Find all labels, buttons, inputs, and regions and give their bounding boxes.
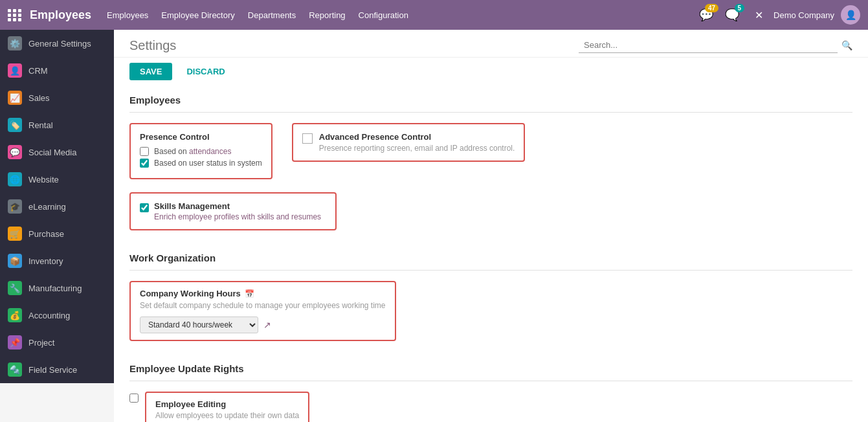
sidebar-item-purchase[interactable]: 🛒 Purchase bbox=[0, 220, 114, 247]
presence-user-status-row: Based on user status in system bbox=[140, 159, 262, 168]
sidebar-item-rental[interactable]: 🏷️ Rental bbox=[0, 111, 114, 139]
main-layout: ⚙️ General Settings 👤 CRM 📈 Sales 🏷️ Ren… bbox=[0, 30, 868, 422]
content-area: Settings 🔍 SAVE DISCARD Employees Presen… bbox=[114, 30, 868, 422]
app-title: Employees bbox=[30, 8, 91, 22]
sidebar-item-accounting[interactable]: 💰 Accounting bbox=[0, 302, 114, 329]
presence-control-title: Presence Control bbox=[140, 132, 262, 142]
nav-reporting[interactable]: Reporting bbox=[309, 8, 345, 23]
working-hours-select[interactable]: Standard 40 hours/week Flexible Hours Pa… bbox=[140, 316, 258, 333]
settings-content: Employees Presence Control Based on atte… bbox=[114, 85, 868, 422]
presence-control-box: Presence Control Based on attendances Ba… bbox=[129, 123, 273, 179]
employee-editing-title: Employee Editing bbox=[155, 399, 299, 409]
sidebar-item-elearning[interactable]: 🎓 eLearning bbox=[0, 193, 114, 220]
presence-attendances-label: Based on attendances bbox=[154, 147, 231, 156]
user-avatar[interactable]: 👤 bbox=[841, 5, 860, 25]
sidebar-item-inventory[interactable]: 📦 Inventory bbox=[0, 247, 114, 274]
search-icon: 🔍 bbox=[841, 40, 852, 50]
sidebar-item-manufacturing[interactable]: 🔧 Manufacturing bbox=[0, 274, 114, 302]
sidebar-list: ⚙️ General Settings 👤 CRM 📈 Sales 🏷️ Ren… bbox=[0, 30, 114, 383]
content-header: Settings 🔍 bbox=[114, 30, 868, 58]
field-service-icon: 🔩 bbox=[8, 362, 22, 377]
employee-update-rights-header: Employee Update Rights bbox=[129, 354, 852, 381]
project-icon: 📌 bbox=[8, 335, 22, 350]
calendar-icon: 📅 bbox=[245, 289, 254, 298]
presence-attendances-row: Based on attendances bbox=[140, 147, 262, 156]
nav-departments[interactable]: Departments bbox=[248, 8, 296, 23]
advanced-presence-title: Advanced Presence Control bbox=[319, 132, 515, 142]
sidebar-item-general-settings[interactable]: ⚙️ General Settings bbox=[0, 30, 114, 57]
messages-badge: 47 bbox=[705, 4, 718, 12]
company-working-hours-subtitle: Set default company schedule to manage y… bbox=[140, 301, 386, 310]
skills-management-title: Skills Management bbox=[154, 201, 321, 211]
social-media-icon: 💬 bbox=[8, 145, 22, 159]
presence-user-status-label: Based on user status in system bbox=[154, 159, 262, 168]
search-input[interactable] bbox=[579, 38, 838, 53]
sales-icon: 📈 bbox=[8, 91, 22, 105]
messages-button[interactable]: 💬 47 bbox=[699, 8, 713, 22]
presence-attendances-checkbox[interactable] bbox=[140, 147, 149, 156]
sidebar-item-sales[interactable]: 📈 Sales bbox=[0, 84, 114, 111]
grid-menu-icon[interactable] bbox=[8, 9, 22, 21]
inventory-icon: 📦 bbox=[8, 254, 22, 268]
presence-user-status-checkbox[interactable] bbox=[140, 159, 149, 168]
general-settings-icon: ⚙️ bbox=[8, 36, 22, 50]
skills-management-checkbox[interactable] bbox=[140, 203, 149, 212]
nav-employees[interactable]: Employees bbox=[107, 8, 148, 23]
sidebar-item-crm[interactable]: 👤 CRM bbox=[0, 57, 114, 84]
advanced-presence-subtitle: Presence reporting screen, email and IP … bbox=[319, 144, 515, 153]
company-working-hours-box: Company Working Hours 📅 Set default comp… bbox=[129, 281, 396, 341]
employees-settings-row: Presence Control Based on attendances Ba… bbox=[129, 123, 852, 179]
employees-section-header: Employees bbox=[129, 85, 852, 113]
company-working-hours-label: Company Working Hours bbox=[140, 289, 241, 298]
chat-button[interactable]: 🗨️ 5 bbox=[725, 8, 739, 22]
sidebar-item-field-service[interactable]: 🔩 Field Service bbox=[0, 356, 114, 383]
website-icon: 🌐 bbox=[8, 172, 22, 186]
advanced-presence-box: Advanced Presence Control Presence repor… bbox=[292, 123, 526, 162]
employee-editing-subtitle: Allow employees to update their own data bbox=[155, 411, 299, 420]
nav-configuration[interactable]: Configuration bbox=[359, 8, 408, 23]
top-nav: Employees Employee Directory Departments… bbox=[107, 8, 699, 23]
discard-button[interactable]: DISCARD bbox=[179, 63, 232, 80]
manufacturing-icon: 🔧 bbox=[8, 281, 22, 295]
save-button[interactable]: SAVE bbox=[129, 63, 172, 80]
company-name[interactable]: Demo Company bbox=[773, 10, 834, 20]
advanced-presence-checkbox[interactable] bbox=[302, 133, 313, 144]
external-link-icon[interactable]: ↗ bbox=[263, 320, 271, 330]
crm-icon: 👤 bbox=[8, 63, 22, 78]
sidebar-item-website[interactable]: 🌐 Website bbox=[0, 166, 114, 193]
work-org-settings: Company Working Hours 📅 Set default comp… bbox=[129, 281, 852, 341]
employee-update-rights-row: Employee Editing Allow employees to upda… bbox=[129, 392, 852, 422]
sidebar-item-social-media[interactable]: 💬 Social Media bbox=[0, 139, 114, 166]
settings-title: Settings bbox=[129, 38, 176, 53]
rental-icon: 🏷️ bbox=[8, 118, 22, 132]
employee-editing-box: Employee Editing Allow employees to upda… bbox=[145, 392, 309, 422]
skills-management-subtitle: Enrich employee profiles with skills and… bbox=[154, 212, 321, 221]
action-bar: SAVE DISCARD bbox=[114, 58, 868, 85]
purchase-icon: 🛒 bbox=[8, 227, 22, 241]
employee-editing-checkbox[interactable] bbox=[129, 394, 139, 403]
sidebar-item-project[interactable]: 📌 Project bbox=[0, 329, 114, 356]
accounting-icon: 💰 bbox=[8, 308, 22, 322]
work-org-section-header: Work Organization bbox=[129, 243, 852, 271]
close-icon[interactable]: ✕ bbox=[755, 9, 763, 21]
chat-badge: 5 bbox=[735, 4, 745, 12]
topbar-right: 💬 47 🗨️ 5 ✕ Demo Company 👤 bbox=[699, 5, 860, 25]
topbar: Employees Employees Employee Directory D… bbox=[0, 0, 868, 30]
elearning-icon: 🎓 bbox=[8, 199, 22, 214]
sidebar: ⚙️ General Settings 👤 CRM 📈 Sales 🏷️ Ren… bbox=[0, 30, 114, 422]
nav-employee-directory[interactable]: Employee Directory bbox=[161, 8, 234, 23]
search-area: 🔍 bbox=[189, 38, 852, 53]
skills-management-box: Skills Management Enrich employee profil… bbox=[129, 192, 337, 230]
